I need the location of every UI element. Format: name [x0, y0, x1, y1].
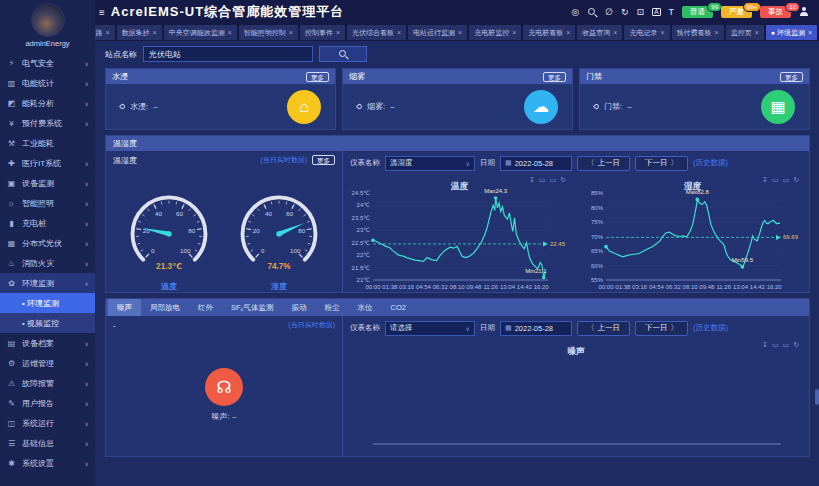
tab-监控页[interactable]: 监控页 ×: [726, 25, 764, 40]
tab-close-icon[interactable]: ×: [660, 29, 664, 36]
tab-close-icon[interactable]: ×: [512, 29, 516, 36]
submenu-item-视频监控[interactable]: • 视频监控: [0, 313, 95, 333]
user-icon[interactable]: [799, 7, 809, 17]
env-tab-噪声[interactable]: 噪声: [108, 299, 141, 316]
search-button[interactable]: [319, 46, 367, 62]
scrollbar-thumb[interactable]: [815, 389, 819, 405]
dataview-icon[interactable]: ▭: [783, 176, 790, 184]
env-tab-SF₆气体监测[interactable]: SF₆气体监测: [222, 299, 283, 316]
tab-环境监测[interactable]: ● 环境监测 ×: [766, 25, 817, 40]
tab-close-icon[interactable]: ×: [153, 29, 157, 36]
sidebar-item-运维管理[interactable]: ⚙ 运维管理 ∨: [0, 353, 95, 373]
sidebar-item-工业能耗[interactable]: ⚒ 工业能耗: [0, 133, 95, 153]
tab-close-icon[interactable]: ×: [613, 29, 617, 36]
tab-close-icon[interactable]: ×: [808, 29, 812, 36]
prev-day-button[interactable]: 〈 上一日: [577, 321, 630, 336]
refresh-icon[interactable]: ↻: [621, 8, 629, 17]
sidebar-item-电能统计[interactable]: ▥ 电能统计 ∨: [0, 73, 95, 93]
env-tab-CO2[interactable]: CO2: [382, 299, 415, 316]
env-tab-水位[interactable]: 水位: [349, 299, 382, 316]
fullscreen-icon[interactable]: ⊡: [637, 8, 645, 17]
record-icon[interactable]: ◎: [571, 8, 579, 17]
more-button[interactable]: 更多: [312, 155, 335, 165]
sidebar-item-用户报告[interactable]: ✎ 用户报告 ∨: [0, 393, 95, 413]
env-tab-局部放电[interactable]: 局部放电: [141, 299, 189, 316]
sidebar-item-label: 智能照明: [22, 198, 54, 209]
tab-预付费看板[interactable]: 预付费看板 ×: [672, 25, 724, 40]
sidebar-item-基础信息[interactable]: ☰ 基础信息 ∨: [0, 433, 95, 453]
tab-close-icon[interactable]: ×: [715, 29, 719, 36]
tab-数据集抄[interactable]: 数据集抄 ×: [117, 25, 162, 40]
sidebar-item-电气安全[interactable]: ⚡ 电气安全 ∨: [0, 53, 95, 73]
tab-中央空调能效监测[interactable]: 中央空调能效监测 ×: [164, 25, 237, 40]
restore-icon[interactable]: ▭: [772, 341, 779, 349]
search-icon[interactable]: [587, 7, 597, 17]
avatar[interactable]: [31, 3, 65, 37]
prev-day-button[interactable]: 〈 上一日: [577, 156, 630, 171]
refresh-icon[interactable]: ↻: [793, 341, 799, 349]
tab-close-icon[interactable]: ×: [755, 29, 759, 36]
tab-光伏综合看板[interactable]: 光伏综合看板 ×: [347, 25, 406, 40]
submenu-item-环境监测[interactable]: • 环境监测: [0, 293, 95, 313]
sidebar-item-设备监测[interactable]: ▣ 设备监测 ∨: [0, 173, 95, 193]
mute-bell-icon[interactable]: ∅: [605, 8, 613, 17]
sidebar-item-分布式光伏[interactable]: ▦ 分布式光伏 ∨: [0, 233, 95, 253]
next-day-button[interactable]: 下一日 〉: [635, 156, 688, 171]
meter-select[interactable]: 请选择 ∨: [385, 321, 475, 336]
date-picker[interactable]: ▦ 2022-05-28: [500, 321, 572, 336]
next-day-button[interactable]: 下一日 〉: [635, 321, 688, 336]
tab-智能照明控制[interactable]: 智能照明控制 ×: [239, 25, 298, 40]
font-size-icon[interactable]: A: [652, 8, 660, 17]
history-data-link[interactable]: (历史数据): [693, 158, 728, 168]
sidebar-item-系统运行[interactable]: ◫ 系统运行 ∨: [0, 413, 95, 433]
tab-close-icon[interactable]: ×: [336, 29, 340, 36]
sidebar-item-设备档案[interactable]: ▤ 设备档案 ∨: [0, 333, 95, 353]
refresh-icon[interactable]: ↻: [560, 176, 566, 184]
hamburger-menu-icon[interactable]: ≡: [99, 7, 105, 18]
sidebar-item-充电桩[interactable]: ▮ 充电桩 ∨: [0, 213, 95, 233]
dataview-icon[interactable]: ▭: [550, 176, 557, 184]
sidebar-item-故障报警[interactable]: ⚠ 故障报警 ∨: [0, 373, 95, 393]
tab-close-icon[interactable]: ×: [397, 29, 401, 36]
tab-收益查询[interactable]: 收益查询 ×: [577, 25, 622, 40]
sidebar-item-环境监测[interactable]: ✿ 环境监测 ∧: [0, 273, 95, 293]
site-name-input[interactable]: [143, 46, 313, 62]
sidebar-item-消防火灾[interactable]: ♨ 消防火灾 ∨: [0, 253, 95, 273]
more-button[interactable]: 更多: [543, 72, 566, 82]
sidebar-item-系统设置[interactable]: ✱ 系统设置 ∨: [0, 453, 95, 473]
tab-close-icon[interactable]: ×: [289, 29, 293, 36]
theme-icon[interactable]: T: [669, 8, 675, 17]
sidebar-item-医疗IT系统[interactable]: ✚ 医疗IT系统 ∨: [0, 153, 95, 173]
env-tab-红外[interactable]: 红外: [189, 299, 222, 316]
refresh-icon[interactable]: ↻: [793, 176, 799, 184]
tab-充电记录[interactable]: 充电记录 ×: [624, 25, 669, 40]
tab-close-icon[interactable]: ×: [106, 29, 110, 36]
tab-close-icon[interactable]: ×: [566, 29, 570, 36]
sidebar-item-智能照明[interactable]: ☼ 智能照明 ∨: [0, 193, 95, 213]
more-button[interactable]: 更多: [306, 72, 329, 82]
dataview-icon[interactable]: ▭: [783, 341, 790, 349]
alarm-button-普通[interactable]: 普通 99: [682, 6, 713, 18]
tab-close-icon[interactable]: ×: [228, 29, 232, 36]
env-tab-粉尘[interactable]: 粉尘: [316, 299, 349, 316]
download-icon[interactable]: ↧: [762, 341, 768, 349]
env-tab-振动[interactable]: 振动: [283, 299, 316, 316]
restore-icon[interactable]: ▭: [772, 176, 779, 184]
date-picker[interactable]: ▦ 2022-05-28: [500, 156, 572, 171]
tab-控制事件[interactable]: 控制事件 ×: [300, 25, 345, 40]
tab-电站运行监测[interactable]: 电站运行监测 ×: [408, 25, 467, 40]
tab-电水气回路[interactable]: 电水气回路 ×: [95, 25, 115, 40]
alarm-button-事故[interactable]: 事故 10: [760, 6, 791, 18]
download-icon[interactable]: ↧: [762, 176, 768, 184]
alarm-button-严重[interactable]: 严重 99+: [721, 6, 752, 18]
tab-充电桩看板[interactable]: 充电桩看板 ×: [523, 25, 575, 40]
meter-select[interactable]: 温湿度 ∨: [385, 156, 475, 171]
sidebar-item-预付费系统[interactable]: ¥ 预付费系统 ∨: [0, 113, 95, 133]
sidebar-item-能耗分析[interactable]: ◩ 能耗分析 ∨: [0, 93, 95, 113]
download-icon[interactable]: ↧: [529, 176, 535, 184]
tab-充电桩监控[interactable]: 充电桩监控 ×: [469, 25, 521, 40]
restore-icon[interactable]: ▭: [539, 176, 546, 184]
more-button[interactable]: 更多: [780, 72, 803, 82]
history-data-link[interactable]: (历史数据): [693, 323, 728, 333]
tab-close-icon[interactable]: ×: [458, 29, 462, 36]
